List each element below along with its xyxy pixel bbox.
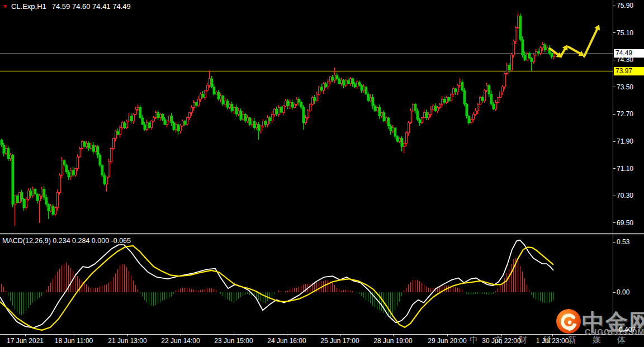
down-triangle-icon: ▼ — [2, 3, 8, 9]
bid-price-box: 74.49 — [614, 49, 644, 58]
price-tick-label: 69.50 — [617, 219, 633, 227]
time-tick-label: 28 Jun 19:00 — [373, 337, 412, 345]
candles — [1, 13, 555, 225]
time-tick-label: 24 Jun 16:00 — [267, 337, 306, 345]
macd-tick-label: 0.53 — [617, 238, 629, 246]
time-tick-label: 29 Jun 20:00 — [428, 337, 466, 345]
symbol-timeframe-label: CL.Exp,H1 — [11, 2, 46, 11]
symbol-header: ▼ CL.Exp,H1 74.59 74.60 74.41 74.49 — [2, 2, 131, 11]
panel-separators — [0, 0, 644, 335]
price-scale[interactable]: 74.49 73.97 75.9075.1074.3073.5072.7071.… — [613, 0, 644, 334]
price-tick-label: 70.30 — [617, 192, 633, 199]
time-tick-label: 23 Jun 15:00 — [214, 337, 253, 345]
ohlc-values: 74.59 74.60 74.41 74.49 — [52, 2, 131, 11]
price-tick-label: 75.10 — [617, 29, 633, 37]
macd-lines — [0, 240, 553, 330]
time-tick-label: 1 Jul 23:00 — [536, 337, 569, 345]
forecast-arrows[interactable] — [550, 25, 600, 58]
trading-chart-window: 中金网 CNGOLD.COM 中文财经新媒体 ▼ CL.Exp,H1 74.59… — [0, 0, 644, 347]
price-tick-label: 71.10 — [617, 165, 633, 173]
price-tick-label: 71.90 — [617, 137, 633, 145]
time-tick-label: 21 Jun 13:00 — [108, 337, 146, 345]
chart-canvas[interactable] — [0, 0, 644, 347]
time-tick-label: 25 Jun 17:00 — [320, 337, 359, 345]
price-tick-label: 72.70 — [617, 110, 633, 118]
macd-tick-label: 0.00 — [617, 288, 629, 296]
time-tick-label: 18 Jun 11:00 — [55, 337, 93, 345]
horizontal-lines[interactable] — [0, 54, 613, 72]
macd-indicator-label: MACD(12,26,9) 0.234 0.284 0.000 -0.065 — [2, 237, 131, 245]
time-axis[interactable]: 17 Jun 202118 Jun 11:0021 Jun 13:0022 Ju… — [0, 335, 644, 347]
time-tick-label: 30 Jun 22:00 — [482, 337, 520, 345]
time-tick-label: 22 Jun 14:00 — [161, 337, 200, 345]
price-tick-label: 73.50 — [617, 83, 633, 91]
macd-tick-label: -0.407 — [617, 326, 636, 334]
time-tick-label: 17 Jun 2021 — [7, 337, 44, 345]
level-price-box: 73.97 — [614, 67, 644, 75]
price-tick-label: 75.90 — [617, 2, 633, 9]
